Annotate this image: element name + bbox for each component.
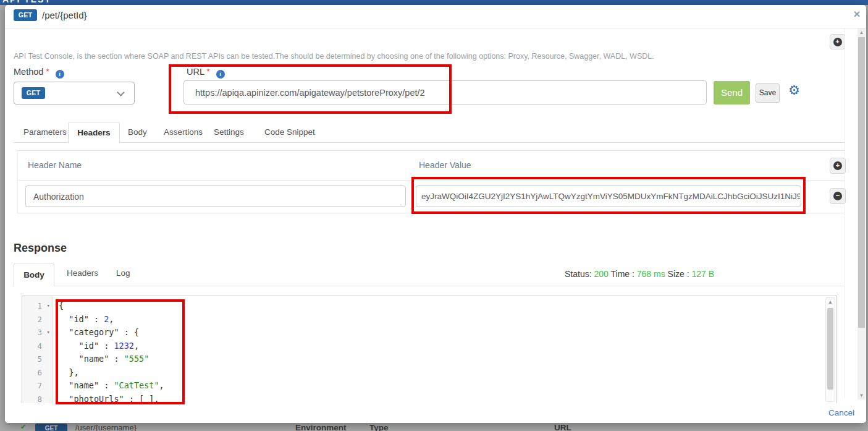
header-row-divider bbox=[18, 180, 845, 181]
size-label: Size : bbox=[668, 269, 689, 279]
headers-editor-panel: Header Name Header Value + − bbox=[17, 150, 845, 213]
add-request-button[interactable]: + bbox=[830, 34, 845, 49]
info-icon[interactable]: i bbox=[216, 70, 225, 79]
plus-icon: + bbox=[833, 161, 842, 170]
code-line: "id" : 1232, bbox=[59, 339, 825, 353]
plus-icon: + bbox=[833, 38, 842, 46]
response-status-line: Status: 200 Time : 768 ms Size : 127 B bbox=[565, 269, 714, 279]
scroll-up-icon[interactable]: ▲ bbox=[857, 30, 866, 35]
code-line: "category" : { bbox=[59, 326, 825, 339]
url-label: URL * i bbox=[187, 67, 225, 79]
url-input[interactable] bbox=[183, 80, 707, 105]
fold-arrow-icon[interactable]: ▾ bbox=[47, 326, 50, 339]
minus-icon: − bbox=[833, 192, 842, 200]
modal-scrollbar-thumb[interactable] bbox=[858, 37, 865, 328]
line-number: 4 bbox=[22, 339, 52, 353]
header-value-input[interactable] bbox=[416, 186, 801, 207]
check-icon: ✔ bbox=[20, 423, 26, 431]
response-code-lines: { "id" : 2, "category" : { "id" : 1232, … bbox=[53, 296, 825, 404]
time-label: Time : bbox=[610, 269, 634, 279]
tab-headers[interactable]: Headers bbox=[68, 122, 120, 143]
add-header-button[interactable]: + bbox=[830, 158, 846, 174]
send-button[interactable]: Send bbox=[714, 81, 750, 105]
modal-scrollbar[interactable]: ▲ ▼ bbox=[857, 28, 866, 399]
chevron-down-icon bbox=[117, 88, 125, 96]
response-title: Response bbox=[14, 242, 67, 255]
editor-scrollbar[interactable]: ▲ bbox=[825, 297, 835, 402]
code-line: "name" : "555" bbox=[59, 352, 825, 366]
endpoint-path: /pet/{petId} bbox=[42, 10, 87, 20]
tab-code-snippet[interactable]: Code Snippet bbox=[264, 127, 315, 137]
request-tabs-divider bbox=[14, 142, 845, 143]
tab-settings[interactable]: Settings bbox=[214, 127, 244, 137]
response-tab-headers[interactable]: Headers bbox=[67, 268, 98, 278]
status-value: 200 bbox=[594, 269, 608, 279]
line-number: 7 bbox=[22, 379, 52, 393]
code-line: "name" : "CatTest", bbox=[59, 379, 825, 393]
header-name-input[interactable] bbox=[25, 186, 406, 207]
response-body-editor: 1▾23▾45678 { "id" : 2, "category" : { "i… bbox=[22, 296, 837, 404]
method-badge: GET bbox=[14, 9, 37, 21]
save-button[interactable]: Save bbox=[756, 83, 780, 103]
header-name-label: Header Name bbox=[28, 160, 82, 170]
line-number: 3▾ bbox=[22, 326, 52, 339]
method-select-value: GET bbox=[22, 87, 45, 99]
editor-scrollbar-thumb[interactable] bbox=[827, 308, 833, 390]
background-column-type: Type bbox=[369, 423, 389, 431]
background-api-path: /user/{username} bbox=[75, 423, 137, 431]
background-method-badge: GET bbox=[35, 424, 67, 431]
method-select[interactable]: GET bbox=[14, 82, 135, 105]
code-line: }, bbox=[59, 366, 825, 380]
size-value: 127 B bbox=[691, 269, 714, 279]
info-icon[interactable]: i bbox=[56, 70, 64, 79]
modal-footer: Cancel bbox=[5, 403, 866, 423]
fold-arrow-icon[interactable]: ▾ bbox=[47, 299, 50, 313]
header-value-label: Header Value bbox=[419, 160, 471, 170]
code-line: "id" : 2, bbox=[59, 313, 825, 326]
close-icon[interactable]: × bbox=[850, 7, 864, 22]
background-column-url: URL bbox=[554, 423, 571, 431]
background-column-environment: Environment bbox=[295, 423, 347, 431]
line-number: 2 bbox=[22, 313, 52, 326]
time-value: 768 ms bbox=[637, 269, 665, 279]
response-tab-body[interactable]: Body bbox=[14, 263, 54, 286]
required-asterisk: * bbox=[46, 67, 49, 76]
remove-header-button[interactable]: − bbox=[830, 188, 846, 204]
app-top-bar: API TEST bbox=[0, 0, 868, 5]
cancel-link[interactable]: Cancel bbox=[828, 408, 854, 417]
api-test-console-modal: GET /pet/{petId} × + API Test Console, i… bbox=[5, 5, 866, 423]
scroll-up-icon[interactable]: ▲ bbox=[826, 299, 835, 305]
scroll-down-icon[interactable]: ▼ bbox=[857, 393, 866, 398]
method-label: Method * i bbox=[14, 67, 64, 79]
tab-assertions[interactable]: Assertions bbox=[164, 127, 203, 137]
header-divider bbox=[5, 28, 866, 28]
line-number: 5 bbox=[22, 352, 52, 366]
tab-body[interactable]: Body bbox=[128, 127, 147, 137]
response-gutter: 1▾23▾45678 bbox=[22, 296, 53, 404]
gear-icon[interactable]: ⚙ bbox=[788, 83, 800, 98]
app-top-bar-title: API TEST bbox=[2, 0, 51, 4]
status-label: Status: bbox=[565, 269, 592, 279]
console-description: API Test Console, is the section where S… bbox=[14, 52, 654, 61]
response-tab-log[interactable]: Log bbox=[116, 268, 130, 278]
code-line: { bbox=[59, 299, 825, 313]
tab-parameters[interactable]: Parameters bbox=[23, 127, 67, 137]
content-edge-divider bbox=[845, 28, 845, 398]
line-number: 6 bbox=[22, 366, 52, 380]
line-number: 1▾ bbox=[22, 299, 52, 313]
background-api-row: ✔ GET /user/{username} Environment Type … bbox=[0, 423, 868, 431]
response-tabs-divider bbox=[14, 286, 845, 286]
required-asterisk: * bbox=[207, 67, 210, 76]
